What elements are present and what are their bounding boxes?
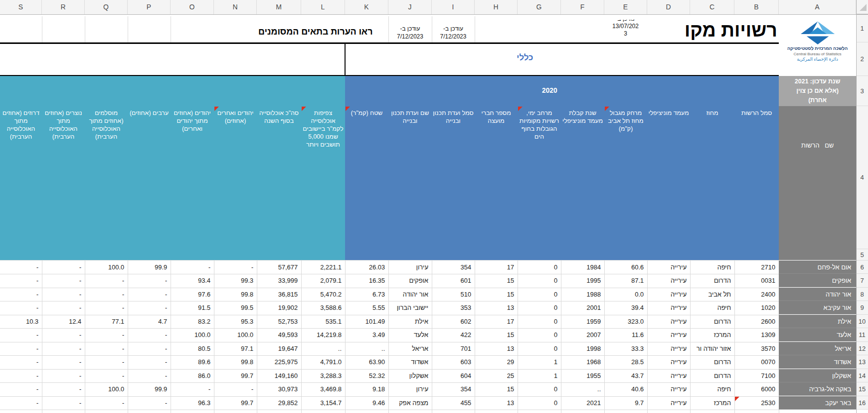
cell-H14[interactable]: 25 bbox=[475, 369, 518, 382]
cell-S11[interactable]: - bbox=[0, 328, 42, 341]
cell-P16[interactable]: - bbox=[128, 396, 171, 410]
cell-D6[interactable]: עירייה bbox=[647, 261, 690, 274]
cell-K10[interactable]: 101.49 bbox=[345, 315, 388, 328]
cell-D12[interactable]: עירייה bbox=[647, 342, 690, 355]
cell-L12[interactable]: .. bbox=[301, 342, 345, 355]
cell-P7[interactable]: - bbox=[128, 274, 171, 287]
cell-G12[interactable]: 0 bbox=[518, 342, 561, 355]
row-header-5[interactable]: 5 bbox=[856, 249, 868, 261]
cell-K12[interactable]: .. bbox=[345, 342, 388, 355]
cell-B15[interactable]: 6000 bbox=[734, 382, 779, 396]
column-header-H[interactable]: H bbox=[475, 0, 518, 14]
cell-J13[interactable]: אשדוד bbox=[388, 355, 432, 369]
cell-R10[interactable]: 12.4 bbox=[42, 315, 85, 328]
cell-H7[interactable]: 15 bbox=[475, 274, 518, 287]
column-header-F[interactable]: F bbox=[561, 0, 604, 14]
cell-C8[interactable]: תל אביב bbox=[690, 288, 734, 301]
col-title-N[interactable]: יהודים ואחרים (אחוזים) bbox=[215, 109, 256, 125]
cell-E11[interactable]: 11.6 bbox=[604, 328, 647, 341]
cell-D16[interactable]: עירייה bbox=[647, 396, 690, 410]
cell-I1-updated[interactable]: עודכן ב- 7/12/2023 bbox=[432, 25, 475, 40]
cell-K9[interactable]: 5.55 bbox=[345, 301, 388, 314]
cell-L8[interactable]: 5,470.2 bbox=[301, 288, 345, 301]
cell-H9[interactable]: 13 bbox=[475, 301, 518, 314]
cell-E8[interactable]: 0.0 bbox=[604, 288, 647, 301]
cell-L13[interactable]: 4,791.0 bbox=[301, 355, 345, 369]
cell-P14[interactable]: - bbox=[128, 369, 171, 382]
cell-J9[interactable]: יישובי הברון bbox=[388, 301, 432, 314]
col-title-M[interactable]: סה"כ אוכלוסייה בסוף השנה bbox=[258, 109, 300, 125]
cell-E7[interactable]: 87.1 bbox=[604, 274, 647, 287]
cell-R12[interactable]: - bbox=[42, 342, 85, 355]
cell-P13[interactable]: - bbox=[128, 355, 171, 369]
cell-P11[interactable]: - bbox=[128, 328, 171, 341]
col-title-I[interactable]: סמל ועדת תכנון ובנייה bbox=[433, 109, 474, 125]
cell-R16[interactable]: - bbox=[42, 396, 85, 410]
cell-O15[interactable]: - bbox=[171, 382, 214, 396]
cell-G8[interactable]: 0 bbox=[518, 288, 561, 301]
cell-Q12[interactable]: - bbox=[85, 342, 128, 355]
cell-O16[interactable]: 96.3 bbox=[171, 396, 214, 410]
cell-G9[interactable]: 0 bbox=[518, 301, 561, 314]
cell-O13[interactable]: 89.6 bbox=[171, 355, 214, 369]
cell-Q16[interactable]: - bbox=[85, 396, 128, 410]
cell-A6[interactable]: אום אל-פחם bbox=[779, 261, 856, 274]
column-header-G[interactable]: G bbox=[518, 0, 561, 14]
col-title-O[interactable]: יהודים (אחוזים מתוך יהודים ואחרים) bbox=[172, 109, 213, 133]
col-title-B[interactable]: סמל הרשות bbox=[735, 109, 778, 117]
cell-B11[interactable]: 1309 bbox=[734, 328, 779, 341]
cell-G14[interactable]: 1 bbox=[518, 369, 561, 382]
cell-K16[interactable]: 9.46 bbox=[345, 396, 388, 410]
cell-F14[interactable]: 1955 bbox=[561, 369, 604, 382]
cell-J15[interactable]: עירון bbox=[388, 382, 432, 396]
column-header-C[interactable]: C bbox=[690, 0, 734, 14]
cell-A7[interactable]: אופקים bbox=[779, 274, 856, 287]
col-title-S[interactable]: דרוזים (אחוזים מתוך האוכלוסייה הערבית) bbox=[1, 109, 41, 141]
col-title-F[interactable]: שנת קבלת מעמד מוניציפלי bbox=[562, 109, 603, 125]
cell-P6[interactable]: 99.9 bbox=[128, 261, 171, 274]
cell-S16[interactable]: - bbox=[0, 396, 42, 410]
column-header-P[interactable]: P bbox=[128, 0, 171, 14]
col-title-C[interactable]: מחוז bbox=[691, 109, 733, 117]
cell-S7[interactable]: - bbox=[0, 274, 42, 287]
column-header-M[interactable]: M bbox=[257, 0, 301, 14]
cell-F8[interactable]: 1988 bbox=[561, 288, 604, 301]
cell-S14[interactable]: - bbox=[0, 369, 42, 382]
row-header-6[interactable]: 6 bbox=[856, 261, 868, 274]
cell-A14[interactable]: אשקלון bbox=[779, 369, 856, 382]
column-header-I[interactable]: I bbox=[432, 0, 475, 14]
row-header-2[interactable]: 2 bbox=[856, 42, 868, 76]
column-header-Q[interactable]: Q bbox=[85, 0, 128, 14]
cell-D13[interactable]: עירייה bbox=[647, 355, 690, 369]
row-header-15[interactable]: 15 bbox=[856, 382, 868, 396]
cell-S8[interactable]: - bbox=[0, 288, 42, 301]
cell-Q14[interactable]: - bbox=[85, 369, 128, 382]
cell-D14[interactable]: עירייה bbox=[647, 369, 690, 382]
cell-N8[interactable]: 99.8 bbox=[214, 288, 257, 301]
cell-H10[interactable]: 17 bbox=[475, 315, 518, 328]
col-title-R[interactable]: נוצרים (אחוזים מתוך האוכלוסייה הערבית) bbox=[43, 109, 84, 141]
cell-L15[interactable]: 3,469.8 bbox=[301, 382, 345, 396]
cell-B13[interactable]: 0070 bbox=[734, 355, 779, 369]
cell-P10[interactable]: 4.7 bbox=[128, 315, 171, 328]
cell-E13[interactable]: 28.5 bbox=[604, 355, 647, 369]
cell-N13[interactable]: 99.8 bbox=[214, 355, 257, 369]
cell-G7[interactable]: 0 bbox=[518, 274, 561, 287]
cell-K7[interactable]: 16.35 bbox=[345, 274, 388, 287]
cell-F9[interactable]: 2001 bbox=[561, 301, 604, 314]
cell-S15[interactable]: - bbox=[0, 382, 42, 396]
cell-O14[interactable]: 86.0 bbox=[171, 369, 214, 382]
cell-B14[interactable]: 7100 bbox=[734, 369, 779, 382]
cell-C9[interactable]: חיפה bbox=[690, 301, 734, 314]
row-header-13[interactable]: 13 bbox=[856, 355, 868, 369]
cell-M7[interactable]: 33,999 bbox=[257, 274, 301, 287]
cell-F7[interactable]: 1995 bbox=[561, 274, 604, 287]
cell-H11[interactable]: 15 bbox=[475, 328, 518, 341]
cell-A12[interactable]: אריאל bbox=[779, 342, 856, 355]
cell-M12[interactable]: 19,647 bbox=[257, 342, 301, 355]
cell-C12[interactable]: אזור יהודה ור bbox=[690, 342, 734, 355]
cell-C16[interactable]: המרכז bbox=[690, 396, 734, 410]
column-header-K[interactable]: K bbox=[345, 0, 388, 14]
cell-A9[interactable]: אור עקיבא bbox=[779, 301, 856, 314]
cell-M11[interactable]: 49,593 bbox=[257, 328, 301, 341]
